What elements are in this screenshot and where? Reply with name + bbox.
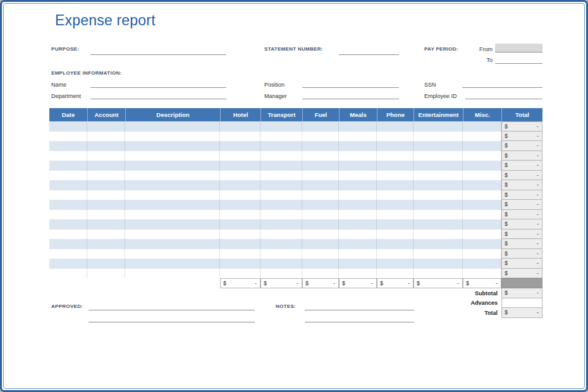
expense-cell[interactable] bbox=[463, 190, 501, 200]
from-date-field[interactable] bbox=[495, 44, 542, 52]
expense-cell[interactable] bbox=[87, 190, 125, 200]
expense-cell[interactable] bbox=[87, 219, 125, 230]
expense-cell[interactable] bbox=[49, 180, 87, 190]
expense-cell[interactable] bbox=[377, 180, 413, 190]
expense-cell[interactable] bbox=[87, 200, 125, 210]
expense-cell[interactable] bbox=[260, 180, 302, 190]
expense-cell[interactable] bbox=[413, 249, 463, 259]
expense-cell[interactable] bbox=[87, 161, 125, 171]
expense-cell[interactable] bbox=[260, 219, 302, 230]
expense-cell[interactable] bbox=[463, 239, 501, 249]
expense-cell[interactable] bbox=[220, 269, 260, 279]
expense-cell[interactable] bbox=[413, 161, 463, 171]
expense-cell[interactable] bbox=[377, 259, 413, 269]
expense-cell[interactable] bbox=[260, 141, 302, 151]
expense-cell[interactable] bbox=[49, 151, 87, 161]
expense-cell[interactable] bbox=[125, 210, 220, 220]
expense-cell[interactable] bbox=[260, 269, 302, 279]
expense-cell[interactable] bbox=[302, 141, 339, 151]
expense-cell[interactable] bbox=[463, 132, 501, 142]
expense-cell[interactable] bbox=[125, 151, 220, 161]
expense-cell[interactable] bbox=[339, 141, 377, 151]
approved-signature-line-2[interactable] bbox=[89, 315, 255, 322]
expense-cell[interactable] bbox=[125, 269, 220, 279]
expense-cell[interactable] bbox=[220, 259, 260, 269]
expense-cell[interactable] bbox=[339, 190, 377, 200]
expense-cell[interactable] bbox=[125, 219, 220, 230]
expense-cell[interactable] bbox=[413, 230, 463, 240]
expense-cell[interactable] bbox=[302, 249, 339, 259]
expense-cell[interactable] bbox=[463, 161, 501, 171]
approved-signature-line-1[interactable] bbox=[89, 303, 255, 310]
expense-cell[interactable] bbox=[220, 230, 260, 240]
expense-cell[interactable] bbox=[87, 171, 125, 181]
expense-cell[interactable] bbox=[377, 121, 413, 132]
expense-cell[interactable] bbox=[377, 161, 413, 171]
expense-cell[interactable] bbox=[220, 200, 260, 210]
expense-cell[interactable] bbox=[463, 249, 501, 259]
expense-cell[interactable] bbox=[49, 219, 87, 230]
expense-cell[interactable] bbox=[302, 132, 339, 142]
expense-cell[interactable] bbox=[339, 161, 377, 171]
expense-cell[interactable] bbox=[413, 219, 463, 230]
notes-line-2[interactable] bbox=[305, 315, 414, 322]
expense-cell[interactable] bbox=[260, 151, 302, 161]
expense-cell[interactable] bbox=[463, 151, 501, 161]
expense-cell[interactable] bbox=[339, 219, 377, 230]
expense-cell[interactable] bbox=[463, 210, 501, 220]
expense-cell[interactable] bbox=[463, 141, 501, 151]
expense-cell[interactable] bbox=[302, 171, 339, 181]
expense-cell[interactable] bbox=[463, 259, 501, 269]
department-field[interactable] bbox=[90, 92, 226, 99]
expense-cell[interactable] bbox=[220, 141, 260, 151]
expense-cell[interactable] bbox=[260, 171, 302, 181]
expense-cell[interactable] bbox=[220, 219, 260, 230]
expense-cell[interactable] bbox=[220, 249, 260, 259]
expense-cell[interactable] bbox=[302, 239, 339, 249]
expense-cell[interactable] bbox=[463, 171, 501, 181]
expense-cell[interactable] bbox=[413, 151, 463, 161]
expense-cell[interactable] bbox=[260, 210, 302, 220]
expense-cell[interactable] bbox=[49, 239, 87, 249]
expense-cell[interactable] bbox=[220, 161, 260, 171]
expense-cell[interactable] bbox=[49, 210, 87, 220]
expense-cell[interactable] bbox=[125, 200, 220, 210]
expense-cell[interactable] bbox=[260, 259, 302, 269]
ssn-field[interactable] bbox=[462, 80, 542, 88]
expense-cell[interactable] bbox=[49, 269, 87, 279]
expense-cell[interactable] bbox=[339, 230, 377, 240]
expense-cell[interactable] bbox=[125, 171, 220, 181]
expense-cell[interactable] bbox=[260, 230, 302, 240]
expense-cell[interactable] bbox=[339, 121, 377, 132]
expense-cell[interactable] bbox=[302, 151, 339, 161]
expense-cell[interactable] bbox=[463, 180, 501, 190]
expense-cell[interactable] bbox=[413, 200, 463, 210]
expense-cell[interactable] bbox=[220, 239, 260, 249]
expense-cell[interactable] bbox=[377, 141, 413, 151]
expense-cell[interactable] bbox=[87, 249, 125, 259]
expense-cell[interactable] bbox=[220, 210, 260, 220]
expense-cell[interactable] bbox=[339, 239, 377, 249]
expense-cell[interactable] bbox=[377, 200, 413, 210]
expense-cell[interactable] bbox=[87, 121, 125, 132]
expense-cell[interactable] bbox=[260, 190, 302, 200]
expense-cell[interactable] bbox=[413, 180, 463, 190]
expense-cell[interactable] bbox=[413, 121, 463, 132]
expense-cell[interactable] bbox=[413, 210, 463, 220]
expense-cell[interactable] bbox=[220, 171, 260, 181]
expense-cell[interactable] bbox=[377, 171, 413, 181]
expense-cell[interactable] bbox=[49, 161, 87, 171]
expense-cell[interactable] bbox=[377, 239, 413, 249]
expense-cell[interactable] bbox=[377, 151, 413, 161]
expense-cell[interactable] bbox=[49, 200, 87, 210]
expense-cell[interactable] bbox=[125, 190, 220, 200]
expense-cell[interactable] bbox=[377, 210, 413, 220]
expense-cell[interactable] bbox=[302, 121, 339, 132]
expense-cell[interactable] bbox=[339, 132, 377, 142]
expense-cell[interactable] bbox=[377, 219, 413, 230]
expense-cell[interactable] bbox=[87, 151, 125, 161]
expense-cell[interactable] bbox=[302, 180, 339, 190]
expense-cell[interactable] bbox=[125, 249, 220, 259]
expense-cell[interactable] bbox=[302, 259, 339, 269]
expense-cell[interactable] bbox=[413, 141, 463, 151]
